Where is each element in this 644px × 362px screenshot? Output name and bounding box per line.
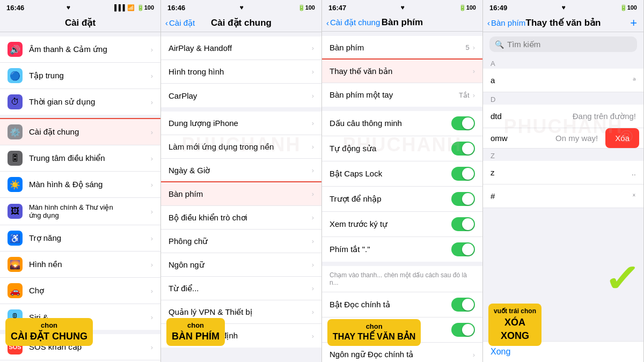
status-icons-4: 🔋100 bbox=[620, 4, 637, 11]
list-item-dictation-enable[interactable]: Bật Đọc chính tả bbox=[322, 292, 482, 317]
cho-chevron: › bbox=[151, 287, 153, 295]
delete-button[interactable]: Xóa bbox=[605, 128, 639, 148]
font-label: Phông chữ bbox=[169, 237, 312, 246]
list-item-lang[interactable]: Ngôn ngữ › bbox=[161, 253, 321, 277]
list-item-focus[interactable]: 🔵 Tập trung › bbox=[0, 63, 160, 89]
siri-chevron: › bbox=[151, 313, 153, 321]
list-item-general[interactable]: ⚙️ Cài đặt chung › bbox=[0, 119, 160, 145]
list-item-dictation[interactable]: Chạm vào thanh... chèn một dấu cách sau … bbox=[322, 266, 482, 292]
general-icon: ⚙️ bbox=[8, 124, 23, 139]
list-item-preview[interactable]: Xem trước ký tự bbox=[322, 212, 482, 237]
list-item-font[interactable]: Phông chữ › bbox=[161, 230, 321, 253]
datetime-label: Ngày & Giờ bbox=[169, 166, 312, 175]
panel-ban-phim: 16:47 ♥ 🔋100 ‹ Cài đặt chung Bàn phím Bà… bbox=[322, 0, 483, 362]
smart-punct-toggle[interactable] bbox=[451, 116, 475, 130]
shortcut-row-dtd[interactable]: dtd Đang trên đường! bbox=[483, 105, 643, 128]
list-item-dict[interactable]: Từ điể... › bbox=[161, 277, 321, 300]
shortcut-row-a[interactable]: a ᵃ bbox=[483, 69, 643, 92]
list-item-accessibility[interactable]: ♿ Trợ năng › bbox=[0, 225, 160, 252]
shortcut-left-a: a bbox=[491, 76, 495, 85]
battery-icon-1: 🔋100 bbox=[137, 4, 154, 11]
swipe-toggle[interactable] bbox=[451, 192, 475, 206]
caps-toggle[interactable] bbox=[451, 167, 475, 181]
back-btn-3[interactable]: ‹ Cài đặt chung bbox=[326, 18, 380, 27]
screentime-label: Thời gian sử dụng bbox=[29, 97, 151, 107]
pip-chevron: › bbox=[312, 68, 314, 76]
time-4: 16:49 bbox=[489, 4, 507, 12]
swipe-label: Trượt để nhập bbox=[330, 194, 451, 204]
list-item-text-replace[interactable]: Thay thế văn bản › bbox=[322, 60, 482, 83]
list-item-display[interactable]: ☀️ Màn hình & Độ sáng › bbox=[0, 172, 160, 198]
shortcut-left-hash: # bbox=[491, 191, 495, 201]
add-btn-4[interactable]: + bbox=[630, 16, 637, 30]
time-2: 16:46 bbox=[167, 4, 185, 12]
settings-list-3: Bàn phím 5 › Thay thế văn bản › Bàn phím… bbox=[322, 32, 482, 362]
text-replace-chevron: › bbox=[473, 67, 475, 75]
list-item-carplay[interactable]: CarPlay › bbox=[161, 84, 321, 107]
list-item-onehand[interactable]: Bàn phím một tay Tắt › bbox=[322, 83, 482, 107]
list-item-sound[interactable]: 🔊 Âm thanh & Cảm ứng › bbox=[0, 36, 160, 63]
autocorrect-toggle[interactable] bbox=[451, 142, 475, 156]
shortcut-row-omw[interactable]: omw On my way! Xóa bbox=[483, 128, 643, 149]
list-item-keyboards[interactable]: Bàn phím 5 › bbox=[322, 36, 482, 60]
preview-toggle[interactable] bbox=[451, 217, 475, 231]
list-item-period[interactable]: Phím tắt "." bbox=[322, 237, 482, 262]
list-item-caps[interactable]: Bật Caps Lock bbox=[322, 161, 482, 187]
period-toggle[interactable] bbox=[451, 242, 475, 256]
section-toggles: Dấu câu thông minh Tự động sửa Bật Caps … bbox=[322, 111, 482, 262]
dictation-enable-label: Bật Đọc chính tả bbox=[330, 300, 451, 309]
search-input-4[interactable] bbox=[507, 40, 632, 49]
keyboards-chevron: › bbox=[473, 43, 475, 51]
list-item-pip[interactable]: Hình trong hình › bbox=[161, 60, 321, 84]
back-btn-2[interactable]: ‹ Cài đặt bbox=[165, 18, 195, 28]
list-item-cho[interactable]: 🚗 Chợ › bbox=[0, 278, 160, 304]
auto-punct-toggle[interactable] bbox=[451, 323, 475, 337]
dictation-toggle[interactable] bbox=[451, 298, 475, 312]
shortcut-row-z[interactable]: z .. bbox=[483, 161, 643, 184]
time-3: 16:47 bbox=[328, 4, 346, 12]
battery-icon-4: 🔋100 bbox=[620, 4, 637, 11]
heart-icon-4: ♥ bbox=[561, 4, 565, 11]
list-item-autocorrect[interactable]: Tự động sửa bbox=[322, 136, 482, 161]
list-item-screentime[interactable]: ⏱ Thời gian sử dụng › bbox=[0, 89, 160, 115]
list-item-airplay[interactable]: AirPlay & Handoff › bbox=[161, 36, 321, 60]
wallpaper-icon: 🌄 bbox=[8, 257, 23, 272]
nav-bar-2: ‹ Cài đặt Cài đặt chung bbox=[161, 14, 321, 32]
back-btn-4[interactable]: ‹ Bàn phím bbox=[487, 18, 525, 27]
panel-cai-dat: 16:46 ♥ ▐▐▐ 📶 🔋100 Cài đặt 🔊 Âm thanh & … bbox=[0, 0, 161, 362]
sound-label: Âm thanh & Cảm ứng bbox=[29, 45, 151, 54]
list-item-smart-punct[interactable]: Dấu câu thông minh bbox=[322, 111, 482, 136]
dict-lang-label: Ngôn ngữ Đọc chính tả bbox=[330, 350, 473, 359]
onehand-value: Tắt bbox=[459, 91, 470, 99]
pip-label: Hình trong hình bbox=[169, 67, 312, 76]
list-item-gamepad[interactable]: Bộ điều khiển trò chơi › bbox=[161, 206, 321, 230]
list-item-wallpaper[interactable]: 🌄 Hình nền › bbox=[0, 252, 160, 278]
homescreen-chevron: › bbox=[151, 208, 153, 216]
display-chevron: › bbox=[151, 181, 153, 189]
list-item-refresh[interactable]: Làm mới ứng dụng trong nền › bbox=[161, 135, 321, 159]
list-item-storage[interactable]: Dung lượng iPhone › bbox=[161, 112, 321, 135]
accessibility-chevron: › bbox=[151, 234, 153, 242]
sound-chevron: › bbox=[151, 46, 153, 54]
font-chevron: › bbox=[312, 237, 314, 245]
shortcut-row-hash[interactable]: # ˣ bbox=[483, 184, 643, 208]
back-chevron-4: ‹ bbox=[487, 18, 490, 27]
nav-title-4: Thay thế văn bản bbox=[526, 17, 601, 28]
list-item-swipe[interactable]: Trượt để nhập bbox=[322, 187, 482, 212]
storage-chevron: › bbox=[312, 119, 314, 127]
lang-label: Ngôn ngữ bbox=[169, 260, 312, 270]
storage-label: Dung lượng iPhone bbox=[169, 119, 312, 128]
shortcut-left-dtd: dtd bbox=[491, 112, 502, 121]
back-chevron-2: ‹ bbox=[165, 18, 168, 27]
heart-icon-1: ♥ bbox=[67, 4, 70, 11]
homescreen-label: Màn hình chính & Thư việnứng dụng bbox=[29, 203, 151, 219]
list-item-homescreen[interactable]: 🖼 Màn hình chính & Thư việnứng dụng › bbox=[0, 198, 160, 225]
nav-bar-1: Cài đặt bbox=[0, 14, 160, 32]
list-item-control[interactable]: 🎛 Trung tâm điều khiển › bbox=[0, 145, 160, 172]
done-button[interactable]: Xong bbox=[491, 347, 510, 357]
list-item-keyboard[interactable]: Bàn phím › bbox=[161, 182, 321, 206]
screentime-icon: ⏱ bbox=[8, 94, 23, 109]
heart-icon-2: ♥ bbox=[239, 4, 243, 11]
shortcut-right-dtd: Đang trên đường! bbox=[573, 112, 636, 121]
list-item-datetime[interactable]: Ngày & Giờ › bbox=[161, 159, 321, 182]
